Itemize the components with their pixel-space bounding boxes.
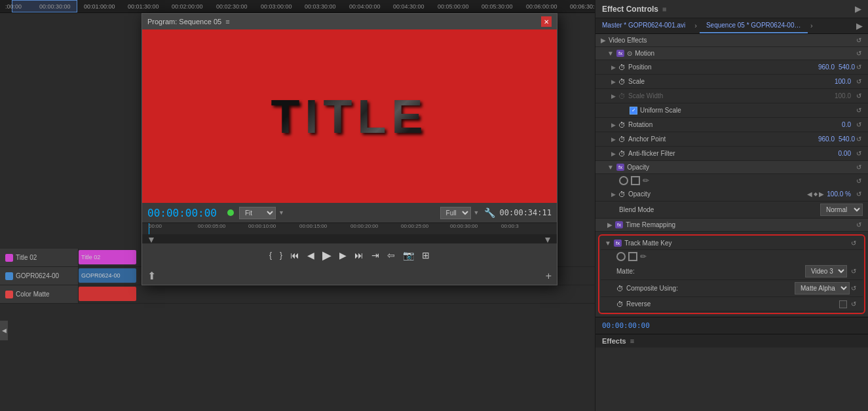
ec-trackmatte-pencil-tool[interactable]: ✏	[640, 252, 647, 261]
quality-dropdown[interactable]: Full 1/2 1/4	[440, 207, 471, 219]
ec-position-val1[interactable]: 960.0	[818, 63, 835, 71]
step-back-button[interactable]: ◀	[305, 249, 316, 262]
ec-opacity-stopwatch[interactable]: ⏱	[618, 190, 626, 198]
ec-opacity-right-arrow[interactable]: ▶	[819, 190, 824, 198]
left-collapse-button[interactable]: ◀	[0, 321, 8, 340]
ec-uniformscale-reset[interactable]: ↺	[855, 107, 863, 114]
ec-antiflicker-val[interactable]: 0.00	[839, 150, 851, 157]
monitor-ruler[interactable]: 00:00 00:00:05:00 00:00:10:00 00:00:15:0…	[142, 223, 557, 234]
ec-opacity-val-arrow[interactable]: ▶	[611, 191, 616, 198]
ec-tab-arrow-left[interactable]: ›	[692, 18, 700, 33]
ec-scale-val[interactable]: 100.0	[835, 78, 851, 85]
ec-trackmatte-reset[interactable]: ↺	[850, 240, 858, 247]
ec-opacity-circle-tool[interactable]	[619, 176, 628, 185]
step-forward-button[interactable]: ▶	[337, 249, 349, 262]
ec-position-row: ▶ ⏱ Position 960.0 540.0 ↺	[595, 60, 868, 75]
ec-opacity-arrow[interactable]: ▼	[607, 164, 614, 171]
ec-tab-sequence[interactable]: Sequence 05 * GOPR0624-001.avi	[700, 18, 808, 33]
ec-reverse-stopwatch[interactable]: ⏱	[616, 300, 624, 308]
wrench-button[interactable]: 🔧	[482, 206, 497, 219]
ec-motion-reset[interactable]: ↺	[855, 50, 863, 57]
ec-scale-arrow[interactable]: ▶	[611, 79, 616, 85]
track-content-colormatte	[79, 285, 595, 303]
ec-anchorpoint-arrow[interactable]: ▶	[611, 136, 616, 143]
go-to-in-button[interactable]: ⏮	[288, 249, 301, 262]
ec-tab-arrow-right[interactable]: ›	[808, 18, 816, 33]
program-monitor: Program: Sequence 05 ≡ ✕ TITLE 00:00:00:…	[142, 13, 557, 285]
ec-trackmatte-rect-tool[interactable]	[628, 252, 637, 261]
ec-composite-dropdown[interactable]: Matte Alpha Matte Luma	[795, 282, 850, 295]
export-icon[interactable]: ⬆	[147, 270, 156, 282]
ec-opacity-reset[interactable]: ↺	[855, 164, 863, 171]
go-to-out-button[interactable]: ⏭	[352, 249, 366, 262]
ec-effects-menu-icon[interactable]: ≡	[630, 337, 634, 345]
ec-scale-stopwatch[interactable]: ⏱	[618, 78, 626, 86]
ec-tab-master[interactable]: Master * GOPR0624-001.avi	[595, 18, 692, 33]
ec-scalewidth-reset[interactable]: ↺	[855, 92, 863, 99]
ec-anchorpoint-val2[interactable]: 540.0	[839, 135, 855, 143]
monitor-scrubbar[interactable]	[142, 234, 557, 243]
ec-scalewidth-arrow[interactable]: ▶	[611, 93, 616, 99]
insert-button[interactable]: ⇥	[369, 249, 381, 262]
ec-rotation-val[interactable]: 0.0	[842, 121, 851, 128]
ec-antiflicker-reset[interactable]: ↺	[855, 150, 863, 157]
ec-matte-dropdown[interactable]: Video 3 Video 1 Video 2 None	[805, 265, 847, 277]
ec-reverse-checkbox[interactable]	[839, 300, 847, 308]
ec-opacity-rect-tool[interactable]	[631, 176, 640, 185]
ec-anchorpoint-val1[interactable]: 960.0	[818, 135, 835, 143]
ec-effects-label: Effects	[602, 337, 626, 345]
add-mark-icon[interactable]: +	[546, 270, 552, 282]
ec-antiflicker-stopwatch[interactable]: ⏱	[618, 150, 626, 158]
ec-scale-reset[interactable]: ↺	[855, 78, 863, 85]
ruler-tick-13: 00:06:30:00	[570, 3, 595, 10]
ec-blendmode-dropdown[interactable]: Normal Multiply Screen Overlay	[820, 204, 863, 216]
fit-dropdown[interactable]: Fit 25% 50% 100%	[239, 207, 276, 219]
ec-position-arrow[interactable]: ▶	[611, 64, 616, 71]
track-clip-colormatte[interactable]	[79, 287, 136, 301]
ec-timeremapping-arrow[interactable]: ▶	[607, 221, 613, 228]
ec-opacity-val[interactable]: 100.0 %	[827, 190, 851, 198]
overwrite-button[interactable]: ⇦	[385, 249, 397, 262]
ec-composite-stopwatch[interactable]: ⏱	[616, 285, 624, 293]
ec-opacity-pencil-tool[interactable]: ✏	[643, 176, 649, 185]
monitor-close-button[interactable]: ✕	[541, 16, 552, 27]
ec-antiflicker-arrow[interactable]: ▶	[611, 151, 616, 157]
ec-anchorpoint-stopwatch[interactable]: ⏱	[618, 135, 626, 143]
ec-composite-reset[interactable]: ↺	[850, 285, 858, 292]
ec-opacity-reset2[interactable]: ↺	[855, 177, 863, 185]
trim-button[interactable]: ⊞	[420, 249, 432, 262]
ec-timeremapping-reset[interactable]: ↺	[855, 221, 863, 228]
ec-trackmatte-arrow[interactable]: ▼	[605, 240, 611, 247]
ec-matte-reset[interactable]: ↺	[850, 268, 858, 275]
ruler-tick-11: 00:05:30:00	[481, 3, 513, 10]
ec-motion-label: Motion	[635, 50, 654, 57]
ec-position-reset[interactable]: ↺	[855, 63, 863, 71]
ec-reverse-reset[interactable]: ↺	[850, 300, 858, 308]
track-icon-colormatte	[5, 291, 13, 298]
ec-motion-arrow[interactable]: ▼	[607, 50, 614, 57]
out-point-button[interactable]: }	[278, 249, 284, 261]
ec-video-reset[interactable]: ↺	[855, 37, 863, 44]
ec-position-stopwatch[interactable]: ⏱	[618, 63, 626, 71]
in-point-button[interactable]: {	[267, 249, 274, 261]
ec-opacity-shapes-row: ✏ ↺	[595, 174, 868, 187]
ec-anchorpoint-reset[interactable]: ↺	[855, 135, 863, 143]
monitor-header: Program: Sequence 05 ≡ ✕	[142, 14, 557, 29]
track-icon-gopr	[5, 272, 13, 280]
ec-rotation-reset[interactable]: ↺	[855, 121, 863, 128]
monitor-menu-icon[interactable]: ≡	[225, 18, 229, 26]
track-clip-gopr[interactable]: GOPR0624-00	[79, 268, 136, 283]
ec-rotation-stopwatch[interactable]: ⏱	[618, 121, 626, 129]
ec-rotation-arrow[interactable]: ▶	[611, 122, 616, 128]
export-frame-button[interactable]: 📷	[401, 249, 416, 262]
ec-trackmatte-circle-tool[interactable]	[616, 252, 626, 261]
ec-expand-button[interactable]: ▶	[855, 4, 861, 14]
ec-menu-icon[interactable]: ≡	[662, 5, 666, 13]
ec-position-val2[interactable]: 540.0	[839, 63, 855, 71]
ec-opacity-left-arrow[interactable]: ◀	[807, 190, 812, 198]
ec-panel-expand-button[interactable]: ▶	[851, 18, 868, 33]
play-button[interactable]: ▶	[320, 247, 333, 264]
track-clip-title02[interactable]: Title 02	[79, 250, 136, 264]
ec-uniformscale-checkbox[interactable]: ✓	[630, 107, 637, 115]
ec-opacity-reset3[interactable]: ↺	[855, 190, 863, 198]
